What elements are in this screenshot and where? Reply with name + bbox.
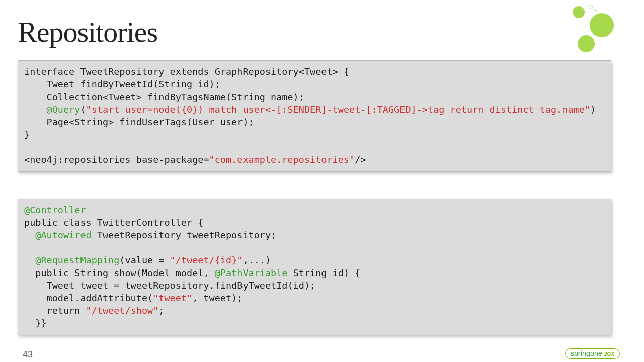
string-literal: "/tweet/{id}" <box>170 255 243 265</box>
code-indent <box>24 104 47 115</box>
code-text: public String show(Model model, <box>24 267 215 278</box>
page-number: 43 <box>23 349 33 360</box>
code-text: model.addAttribute( <box>24 293 153 303</box>
code-line: }} <box>24 318 47 328</box>
code-text: ( <box>80 104 86 115</box>
code-line: Collection<Tweet> findByTagsName(String … <box>24 92 304 102</box>
code-text: , tweet); <box>192 293 243 303</box>
code-line: Tweet tweet = tweetRepository.findByTwee… <box>24 280 315 291</box>
code-line: Tweet findByTweetId(String id); <box>24 79 220 89</box>
code-indent <box>24 230 35 240</box>
annotation-pathvariable: @PathVariable <box>215 267 288 278</box>
annotation-controller: @Controller <box>24 205 86 215</box>
logo-circles <box>569 4 624 59</box>
code-block-repository: interface TweetRepository extends GraphR… <box>18 60 611 172</box>
string-literal: "com.example.repositories" <box>209 154 355 165</box>
code-text: String id) { <box>288 267 361 278</box>
footer: 43 springone 2GX <box>0 346 644 362</box>
code-line: Page<String> findUserTags(User user); <box>24 117 254 127</box>
string-literal: "/tweet/show" <box>86 305 159 316</box>
code-text: /> <box>355 154 366 165</box>
annotation-requestmapping: @RequestMapping <box>35 255 119 265</box>
code-line: interface TweetRepository extends GraphR… <box>24 66 349 77</box>
code-text: return <box>24 305 86 316</box>
code-text: ) <box>590 104 596 115</box>
code-text: ; <box>158 305 164 316</box>
annotation-autowired: @Autowired <box>35 230 91 240</box>
code-text: ,...) <box>243 255 271 265</box>
code-text: (value = <box>119 255 170 265</box>
code-text: TweetRepository tweetRepository; <box>92 230 277 240</box>
page-title: Repositories <box>18 15 157 49</box>
code-line: } <box>24 129 30 140</box>
code-text: <neo4j:repositories base-package= <box>24 154 209 165</box>
string-literal: "tweet" <box>153 293 192 303</box>
code-indent <box>24 255 35 265</box>
badge-sub: 2GX <box>604 351 614 357</box>
code-line: public class TwitterController { <box>24 217 203 228</box>
annotation-query: @Query <box>47 104 80 115</box>
conference-badge: springone 2GX <box>565 348 620 359</box>
code-block-controller: @Controller public class TwitterControll… <box>18 199 611 335</box>
badge-brand: springone <box>571 349 602 357</box>
string-literal: "start user=node({0}) match user<-[:SEND… <box>86 104 590 115</box>
